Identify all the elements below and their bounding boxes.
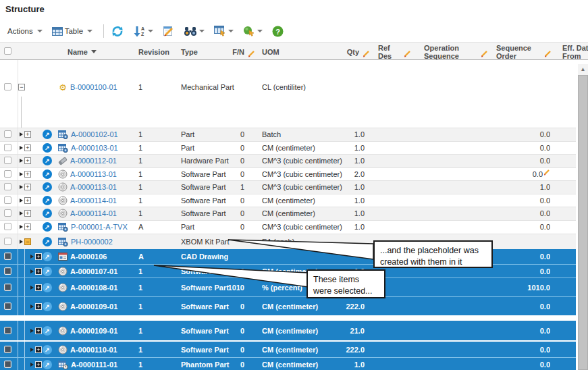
part-link[interactable]: A-0000107-01 — [70, 267, 117, 275]
column-header-operation-sequence[interactable]: Operation Sequence — [424, 43, 478, 60]
row-checkbox[interactable] — [4, 223, 11, 230]
insert-arrow-icon[interactable] — [30, 305, 34, 309]
part-link[interactable]: A-0000113-01 — [70, 183, 117, 191]
row-checkbox[interactable] — [4, 144, 11, 151]
expand-icon[interactable]: + — [35, 253, 42, 260]
expand-icon[interactable]: + — [35, 361, 42, 368]
refresh-button[interactable] — [111, 26, 124, 37]
table-row[interactable]: −⚙B-0000100-011Mechanical PartCL (centil… — [0, 60, 576, 128]
scrollbar-thumb[interactable] — [578, 75, 588, 370]
column-header-name[interactable]: Name — [68, 43, 135, 60]
column-header-ref-des[interactable]: Ref Des — [378, 43, 400, 60]
table-row[interactable]: +↗A-0000114-011Software Part0CM (centime… — [0, 194, 576, 207]
row-checkbox[interactable] — [4, 253, 11, 260]
row-checkbox[interactable] — [4, 196, 11, 204]
usage-link-icon[interactable]: ↗ — [43, 143, 52, 153]
row-checkbox[interactable] — [4, 284, 11, 291]
table-row[interactable]: +↗A-0000103-011Part0CM (centimeter)1.00.… — [0, 141, 576, 155]
row-checkbox[interactable] — [4, 170, 11, 178]
row-checkbox[interactable] — [4, 302, 11, 310]
usage-link-icon[interactable]: ↗ — [43, 130, 52, 139]
part-link[interactable]: A-0000110-01 — [70, 346, 117, 354]
row-checkbox[interactable] — [4, 130, 11, 138]
part-link[interactable]: A-0000102-01 — [71, 130, 118, 138]
table-row[interactable]: +↗P-000001-A-TVXAPart0CM^3 (cubic centim… — [0, 220, 576, 234]
usage-link-icon[interactable]: ↗ — [43, 326, 52, 336]
insert-arrow-icon[interactable] — [30, 348, 34, 352]
insert-arrow-icon[interactable] — [30, 363, 34, 367]
insert-arrow-icon[interactable] — [30, 329, 34, 333]
table-row[interactable]: +↗A-0000114-011Software Part0CM (centime… — [0, 207, 576, 220]
expand-icon[interactable]: + — [24, 223, 31, 230]
usage-link-icon[interactable]: ↗ — [43, 196, 52, 205]
expand-icon[interactable]: + — [24, 197, 31, 204]
insert-arrow-icon[interactable] — [30, 269, 34, 273]
expand-icon[interactable]: + — [35, 346, 42, 353]
part-link[interactable]: B-0000100-01 — [70, 83, 117, 91]
insert-arrow-icon[interactable] — [20, 185, 23, 189]
usage-link-icon[interactable]: ↗ — [43, 169, 52, 179]
insert-arrow-icon[interactable] — [20, 159, 23, 163]
table-row[interactable]: +↗A-0000109-011Software Part0CM (centime… — [0, 321, 576, 340]
part-link[interactable]: PH-0000002 — [71, 238, 113, 246]
expand-icon[interactable]: + — [35, 284, 42, 291]
column-header-revision[interactable]: Revision — [138, 43, 178, 60]
find-menu[interactable] — [184, 26, 205, 36]
insert-arrow-icon[interactable] — [20, 225, 23, 229]
part-link[interactable]: A-0000109-01 — [70, 327, 117, 335]
usage-link-icon[interactable]: ↗ — [43, 156, 52, 165]
insert-arrow-icon[interactable] — [20, 240, 23, 244]
insert-arrow-icon[interactable] — [30, 255, 34, 259]
part-link[interactable]: A-0000106 — [70, 253, 107, 261]
expand-icon[interactable]: + — [35, 268, 42, 275]
usage-link-icon[interactable]: ↗ — [43, 267, 52, 276]
insert-arrow-icon[interactable] — [20, 146, 23, 150]
column-header-qty[interactable]: Qty — [307, 43, 359, 60]
row-checkbox[interactable] — [4, 267, 11, 275]
usage-link-icon[interactable]: ↗ — [43, 237, 52, 246]
part-link[interactable]: A-0000114-01 — [70, 209, 117, 217]
row-checkbox[interactable] — [4, 238, 11, 245]
table-row[interactable]: +↗A-0000113-011Software Part0CM^3 (cubic… — [0, 167, 576, 181]
expand-icon[interactable]: + — [35, 303, 42, 310]
expand-icon[interactable]: + — [24, 131, 31, 138]
edit-button[interactable] — [163, 26, 174, 36]
row-checkbox[interactable] — [4, 346, 11, 353]
usage-link-icon[interactable]: ↗ — [43, 302, 52, 311]
table-row[interactable]: +↗A-0000108-011Software Part1010% (perce… — [0, 278, 576, 296]
usage-link-icon[interactable]: ↗ — [43, 252, 52, 261]
part-link[interactable]: A-0000108-01 — [70, 284, 117, 292]
column-header-eff-date-from[interactable]: Eff. Date From — [562, 43, 588, 60]
actions-menu[interactable]: Actions — [5, 27, 43, 35]
sort-menu[interactable]: AZ — [134, 26, 153, 37]
table-row[interactable]: +↗A-0000112-011Hardware Part0CM^3 (cubic… — [0, 154, 576, 167]
row-checkbox[interactable] — [4, 157, 11, 164]
insert-arrow-icon[interactable] — [30, 286, 34, 290]
row-checkbox[interactable] — [4, 361, 11, 368]
usage-link-icon[interactable]: ↗ — [43, 182, 52, 192]
row-checkbox[interactable] — [4, 183, 11, 190]
expand-icon[interactable]: + — [24, 184, 31, 190]
usage-link-icon[interactable]: ↗ — [43, 283, 52, 292]
column-header-fn[interactable]: F/N — [217, 43, 244, 60]
select-all-checkbox[interactable] — [4, 47, 11, 55]
part-link[interactable]: P-000001-A-TVX — [71, 223, 128, 231]
row-checkbox[interactable] — [4, 327, 11, 334]
insert-arrow-icon[interactable] — [20, 132, 23, 136]
table-row[interactable]: +↗A-0000102-011Part0Batch1.00.0 — [0, 128, 576, 141]
usage-link-icon[interactable]: ↗ — [43, 222, 52, 232]
apply-menu[interactable] — [243, 26, 263, 36]
expand-icon[interactable]: + — [24, 210, 31, 217]
edit-in-table-menu[interactable] — [214, 26, 234, 36]
column-header-type[interactable]: Type — [181, 43, 221, 60]
part-link[interactable]: A-0000103-01 — [71, 144, 118, 152]
scroll-up-arrow-icon[interactable]: ▲ — [578, 64, 588, 75]
expand-icon[interactable]: + — [24, 171, 31, 178]
table-view-menu[interactable]: Table — [52, 27, 93, 36]
insert-arrow-icon[interactable] — [20, 172, 23, 176]
expand-icon[interactable]: + — [35, 327, 42, 334]
table-row[interactable]: +↗A-0000109-011Software Part0CM (centime… — [0, 296, 576, 315]
column-header-sequence-order[interactable]: Sequence Order — [496, 43, 538, 60]
collapse-icon[interactable]: − — [24, 238, 31, 245]
part-link[interactable]: A-0000113-01 — [70, 170, 117, 178]
